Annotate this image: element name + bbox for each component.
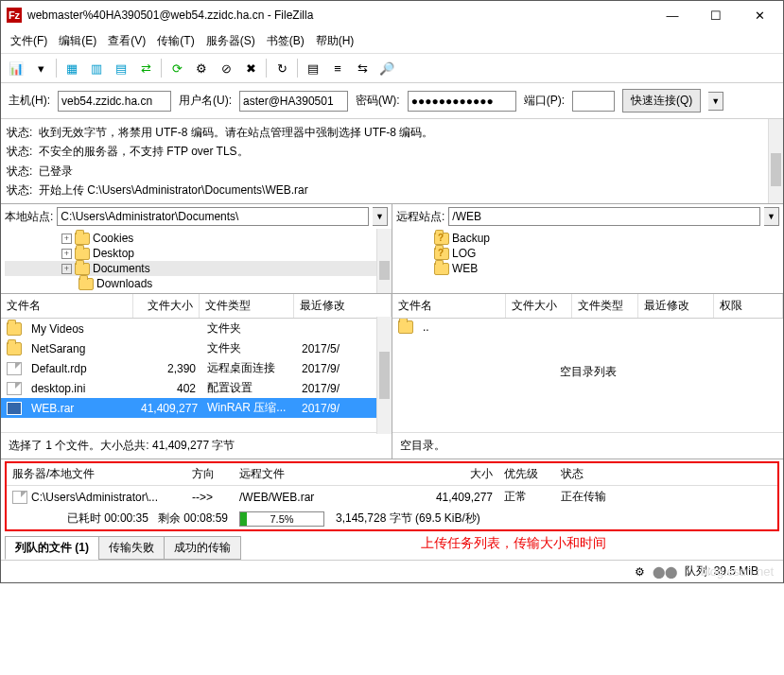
menu-bookmarks[interactable]: 书签(B) xyxy=(261,31,310,51)
quickconnect-dropdown[interactable]: ▼ xyxy=(708,92,723,111)
col-name[interactable]: 文件名 xyxy=(1,294,133,318)
sync-browse-icon[interactable]: ⇆ xyxy=(351,57,374,79)
transfer-size: 41,409,277 xyxy=(404,491,498,504)
site-manager-icon[interactable]: 📊 xyxy=(5,57,27,79)
local-path-input[interactable] xyxy=(57,207,369,226)
transfer-queue: 服务器/本地文件 方向 远程文件 大小 优先级 状态 C:\Users\Admi… xyxy=(5,461,779,531)
expand-icon[interactable]: + xyxy=(61,249,72,259)
remote-tree-pane: 远程站点: ▼ Backup LOG WEB xyxy=(392,204,783,293)
col-size[interactable]: 文件大小 xyxy=(506,294,572,318)
menu-edit[interactable]: 编辑(E) xyxy=(53,31,102,51)
dropdown-icon[interactable]: ▾ xyxy=(29,57,52,79)
compare-icon[interactable]: ≡ xyxy=(326,57,349,79)
disconnect-icon[interactable]: ✖ xyxy=(239,57,262,79)
watermark: blog.csdn.net xyxy=(701,564,774,579)
user-input[interactable] xyxy=(239,91,348,112)
col-status[interactable]: 状态 xyxy=(555,466,589,482)
file-row[interactable]: Default.rdp2,390远程桌面连接2017/9/ xyxy=(1,358,392,378)
transfer-columns[interactable]: 服务器/本地文件 方向 远程文件 大小 优先级 状态 xyxy=(7,463,777,486)
remote-path-dropdown[interactable]: ▼ xyxy=(764,207,779,226)
transfer-row[interactable]: C:\Users\Administrator\... -->> /WEB/WEB… xyxy=(7,486,777,508)
port-input[interactable] xyxy=(572,91,615,112)
col-name[interactable]: 文件名 xyxy=(392,294,506,318)
menu-file[interactable]: 文件(F) xyxy=(5,31,53,51)
col-file[interactable]: 服务器/本地文件 xyxy=(7,466,186,482)
reconnect-icon[interactable]: ↻ xyxy=(270,57,293,79)
local-file-pane: 文件名 文件大小 文件类型 最近修改 My Videos文件夹 NetSaran… xyxy=(1,294,392,459)
tree-item[interactable]: LOG xyxy=(452,247,476,260)
col-perm[interactable]: 权限 xyxy=(714,294,783,318)
menu-view[interactable]: 查看(V) xyxy=(102,31,151,51)
tree-item[interactable]: Cookies xyxy=(93,232,133,245)
file-row-selected[interactable]: WEB.rar41,409,277WinRAR 压缩...2017/9/ xyxy=(1,398,392,418)
col-type[interactable]: 文件类型 xyxy=(572,294,638,318)
remain-label: 剩余 xyxy=(158,511,181,525)
maximize-button[interactable]: ☐ xyxy=(694,1,738,29)
search-icon[interactable]: 🔎 xyxy=(375,57,398,79)
file-row[interactable]: NetSarang文件夹2017/5/ xyxy=(1,338,392,358)
menu-transfer[interactable]: 传输(T) xyxy=(151,31,200,51)
remote-columns[interactable]: 文件名 文件大小 文件类型 最近修改 权限 xyxy=(392,294,783,319)
toggle-tree-local-icon[interactable]: ▥ xyxy=(85,57,108,79)
filter-icon[interactable]: ▤ xyxy=(302,57,324,79)
parent-dir-row[interactable]: .. xyxy=(392,319,783,336)
log-text: 收到无效字节，将禁用 UTF-8 编码。请在站点管理器中强制选择 UTF-8 编… xyxy=(39,126,433,139)
remote-path-input[interactable] xyxy=(448,207,760,226)
scrollbar[interactable] xyxy=(768,119,783,203)
file-row[interactable]: My Videos文件夹 xyxy=(1,319,392,338)
toggle-tree-remote-icon[interactable]: ▤ xyxy=(110,57,132,79)
col-remote[interactable]: 远程文件 xyxy=(234,466,404,482)
refresh-icon[interactable]: ⟳ xyxy=(166,57,188,79)
col-dir[interactable]: 方向 xyxy=(186,466,234,482)
expand-icon[interactable]: + xyxy=(61,234,72,244)
remote-site-label: 远程站点: xyxy=(396,209,444,225)
tab-queued[interactable]: 列队的文件 (1) xyxy=(5,536,99,560)
status-log[interactable]: 状态: 收到无效字节，将禁用 UTF-8 编码。请在站点管理器中强制选择 UTF… xyxy=(1,119,783,204)
log-text: 已登录 xyxy=(39,164,73,178)
local-file-list[interactable]: My Videos文件夹 NetSarang文件夹2017/5/ Default… xyxy=(1,319,392,432)
col-pri[interactable]: 优先级 xyxy=(498,466,555,482)
tab-failed[interactable]: 传输失败 xyxy=(98,536,165,560)
log-text: 不安全的服务器，不支持 FTP over TLS。 xyxy=(39,145,249,158)
process-queue-icon[interactable]: ⚙ xyxy=(190,57,213,79)
remote-file-list[interactable]: .. 空目录列表 xyxy=(392,319,783,432)
tree-item[interactable]: Documents xyxy=(93,262,150,275)
local-path-dropdown[interactable]: ▼ xyxy=(373,207,388,226)
col-size[interactable]: 大小 xyxy=(404,466,498,482)
file-row[interactable]: desktop.ini402配置设置2017/9/ xyxy=(1,378,392,398)
tree-item[interactable]: WEB xyxy=(452,262,478,275)
col-size[interactable]: 文件大小 xyxy=(133,294,200,318)
tree-item[interactable]: Backup xyxy=(452,232,490,245)
local-status: 选择了 1 个文件。大小总共: 41,409,277 字节 xyxy=(1,432,392,459)
pass-label: 密码(W): xyxy=(356,93,400,109)
menu-server[interactable]: 服务器(S) xyxy=(200,31,261,51)
tab-success[interactable]: 成功的传输 xyxy=(164,536,241,560)
tree-item[interactable]: Desktop xyxy=(93,247,134,260)
scrollbar[interactable] xyxy=(376,229,392,293)
scrollbar[interactable] xyxy=(376,317,392,434)
toggle-log-icon[interactable]: ▦ xyxy=(61,57,83,79)
quickconnect-button[interactable]: 快速连接(Q) xyxy=(622,89,701,112)
col-mod[interactable]: 最近修改 xyxy=(638,294,714,318)
col-mod[interactable]: 最近修改 xyxy=(294,294,392,318)
expand-icon[interactable]: + xyxy=(61,264,72,274)
separator xyxy=(161,59,162,78)
pass-input[interactable] xyxy=(408,91,516,112)
close-button[interactable]: ✕ xyxy=(738,1,781,29)
col-type[interactable]: 文件类型 xyxy=(200,294,294,318)
file-icon xyxy=(7,382,22,395)
host-input[interactable] xyxy=(58,91,171,112)
menu-help[interactable]: 帮助(H) xyxy=(310,31,360,51)
toggle-queue-icon[interactable]: ⇄ xyxy=(134,57,157,79)
remote-tree[interactable]: Backup LOG WEB xyxy=(392,229,783,293)
minimize-button[interactable]: — xyxy=(651,1,694,29)
menu-bar: 文件(F) 编辑(E) 查看(V) 传输(T) 服务器(S) 书签(B) 帮助(… xyxy=(1,29,783,54)
title-bar[interactable]: Fz webmaster%40HA390501@web54.zzidc.ha.c… xyxy=(1,1,783,29)
folder-unknown-icon xyxy=(434,248,449,260)
folder-icon xyxy=(7,342,22,355)
local-columns[interactable]: 文件名 文件大小 文件类型 最近修改 xyxy=(1,294,392,319)
window-title: webmaster%40HA390501@web54.zzidc.ha.cn -… xyxy=(27,9,651,22)
cancel-icon[interactable]: ⊘ xyxy=(215,57,237,79)
local-tree[interactable]: +Cookies +Desktop +Documents Downloads xyxy=(1,229,392,293)
tree-item[interactable]: Downloads xyxy=(96,277,152,290)
